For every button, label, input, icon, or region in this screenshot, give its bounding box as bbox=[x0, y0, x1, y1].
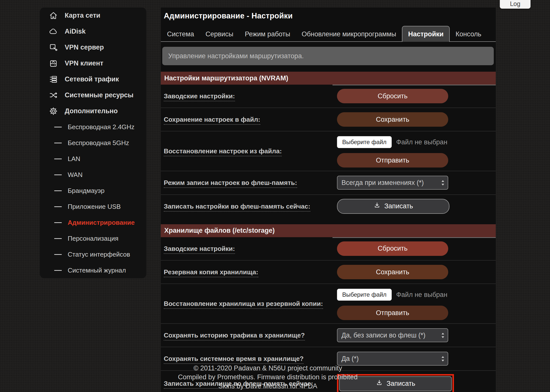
tab-operation-mode[interactable]: Режим работы bbox=[239, 27, 296, 41]
tree-dash-icon bbox=[54, 222, 62, 223]
select-spinner-icon bbox=[441, 356, 445, 362]
storage-factory-reset-button[interactable]: Сбросить bbox=[337, 241, 448, 256]
sidebar-item-advanced[interactable]: Дополнительно bbox=[40, 103, 146, 119]
sidebar: Карта сетиAiDiskVPN серверVPN клиентСете… bbox=[40, 7, 146, 278]
sidebar-subitem-label: LAN bbox=[68, 155, 80, 163]
home-icon bbox=[49, 11, 58, 20]
footer-line: Skins by Dave Medissn for 4PDA bbox=[40, 382, 496, 391]
setting-label: Восстановление хранилища из резервной ко… bbox=[164, 300, 323, 309]
setting-control-cell: Выберите файлФайл не выбранОтправить bbox=[334, 131, 496, 171]
vpn-client-icon bbox=[49, 59, 58, 68]
sidebar-subitem-interface-status[interactable]: Статус интерфейсов bbox=[40, 246, 146, 262]
save-settings-to-file-button[interactable]: Сохранить bbox=[337, 112, 448, 127]
sidebar-subitem-label: Приложение USB bbox=[68, 203, 121, 211]
setting-control-cell: Да, без записи во флеш (*) bbox=[334, 325, 496, 345]
shuffle-icon bbox=[49, 91, 58, 100]
tab-services[interactable]: Сервисы bbox=[200, 27, 239, 41]
sidebar-subitem-label: Беспроводная 2.4GHz bbox=[68, 123, 134, 131]
tab-console[interactable]: Консоль bbox=[450, 27, 487, 41]
sidebar-item-network-map[interactable]: Карта сети bbox=[40, 7, 146, 23]
setting-label: Сохранение настроек в файл: bbox=[164, 116, 260, 125]
sidebar-item-label: Карта сети bbox=[65, 12, 100, 19]
sidebar-subitem-lan[interactable]: LAN bbox=[40, 151, 146, 167]
sidebar-subitem-label: WAN bbox=[68, 171, 83, 179]
flash-write-mode-select[interactable]: Всегда при изменениях (*) bbox=[337, 176, 448, 190]
save-system-time-select[interactable]: Да (*) bbox=[337, 352, 448, 366]
select-spinner-icon bbox=[441, 332, 445, 338]
settings-row-save-traffic-history: Сохранять историю трафика в хранилище?Да… bbox=[161, 323, 496, 347]
info-bar: Управление настройками маршрутизатора. bbox=[162, 47, 494, 65]
sidebar-item-system-resources[interactable]: Системные ресурсы bbox=[40, 87, 146, 103]
setting-control-cell: Сбросить bbox=[334, 238, 496, 259]
restore-settings-from-file-submit-button[interactable]: Отправить bbox=[337, 153, 448, 168]
sidebar-subitem-firewall[interactable]: Брандмауэр bbox=[40, 183, 146, 199]
settings-row-restore-settings-from-file: Восстановление настроек из файла:Выберит… bbox=[161, 131, 496, 171]
sidebar-subitem-personalization[interactable]: Персонализация bbox=[40, 230, 146, 246]
section-title: Хранилище файлов (/etc/storage) bbox=[164, 227, 275, 234]
restore-settings-from-file-choose-file-button[interactable]: Выберите файл bbox=[337, 136, 392, 148]
tree-dash-icon bbox=[54, 159, 62, 159]
tab-firmware-upgrade[interactable]: Обновление микропрограммы bbox=[296, 27, 402, 41]
setting-label-cell: Записать настройки во флеш-память сейчас… bbox=[161, 195, 334, 218]
setting-label: Восстановление настроек из файла: bbox=[164, 147, 282, 156]
tab-settings[interactable]: Настройки bbox=[402, 26, 450, 42]
section-header: Хранилище файлов (/etc/storage) bbox=[161, 224, 496, 237]
sidebar-subitem-administration[interactable]: Администрирование bbox=[40, 215, 146, 230]
page: Log Карта сетиAiDiskVPN серверVPN клиент… bbox=[0, 0, 550, 392]
sidebar-item-label: AiDisk bbox=[65, 28, 86, 35]
tree-dash-icon bbox=[54, 143, 62, 143]
tab-system[interactable]: Система bbox=[161, 27, 200, 41]
select-value: Всегда при изменениях (*) bbox=[341, 179, 424, 187]
setting-label: Резервная копия хранилища: bbox=[164, 268, 258, 277]
setting-label-cell: Восстановление хранилища из резервной ко… bbox=[161, 292, 334, 315]
setting-label-cell: Заводские настройки: bbox=[161, 237, 334, 260]
storage-restore-submit-button[interactable]: Отправить bbox=[337, 306, 448, 320]
setting-label-cell: Резервная копия хранилища: bbox=[161, 261, 334, 283]
tree-dash-icon bbox=[54, 190, 62, 191]
sidebar-subitem-wan[interactable]: WAN bbox=[40, 167, 146, 183]
sidebar-item-label: Сетевой трафик bbox=[65, 75, 119, 83]
storage-backup-button[interactable]: Сохранить bbox=[337, 265, 448, 279]
setting-label-cell: Режим записи настроек во флеш-память: bbox=[161, 171, 334, 194]
network-traffic-icon bbox=[49, 75, 58, 84]
tree-dash-icon bbox=[54, 174, 62, 175]
sidebar-subitem-label: Статус интерфейсов bbox=[68, 251, 130, 258]
setting-label-cell: Сохранять историю трафика в хранилище? bbox=[161, 324, 334, 347]
settings-row-storage-backup: Резервная копия хранилища:Сохранить bbox=[161, 260, 496, 283]
select-value: Да (*) bbox=[341, 355, 359, 363]
sidebar-subitem-system-log[interactable]: Системный журнал bbox=[40, 262, 146, 278]
setting-control-cell: Сбросить bbox=[334, 86, 496, 107]
page-title: Администрирование - Настройки bbox=[164, 11, 496, 20]
sidebar-item-aidisk[interactable]: AiDisk bbox=[40, 23, 146, 39]
sidebar-item-vpn-client[interactable]: VPN клиент bbox=[40, 55, 146, 71]
sidebar-item-label: Системные ресурсы bbox=[65, 91, 133, 99]
setting-label-cell: Восстановление настроек из файла: bbox=[161, 140, 334, 163]
sidebar-item-label: Дополнительно bbox=[65, 107, 118, 115]
sidebar-subitem-label: Брандмауэр bbox=[68, 187, 105, 195]
storage-restore-choose-file-button[interactable]: Выберите файл bbox=[337, 289, 392, 301]
footer: © 2011-2020 Padavan & N56U project commu… bbox=[40, 364, 496, 391]
sidebar-subitem-label: Администрирование bbox=[68, 219, 135, 226]
factory-reset-button[interactable]: Сбросить bbox=[337, 89, 448, 103]
sidebar-subitem-usb-application[interactable]: Приложение USB bbox=[40, 199, 146, 215]
action-button-label: Записать bbox=[384, 202, 413, 210]
vpn-server-icon bbox=[49, 43, 58, 52]
tree-dash-icon bbox=[54, 270, 62, 271]
sidebar-item-vpn-server[interactable]: VPN сервер bbox=[40, 39, 146, 55]
section-title: Настройки маршрутизатора (NVRAM) bbox=[164, 74, 288, 82]
settings-sections: Настройки маршрутизатора (NVRAM)Заводски… bbox=[161, 72, 496, 392]
sidebar-subitem-wireless-5ghz[interactable]: Беспроводная 5GHz bbox=[40, 135, 146, 151]
settings-row-factory-reset: Заводские настройки:Сбросить bbox=[161, 85, 496, 108]
section-0: Настройки маршрутизатора (NVRAM)Заводски… bbox=[161, 72, 496, 218]
commit-settings-now-button[interactable]: Записать bbox=[337, 199, 449, 214]
settings-row-flash-write-mode: Режим записи настроек во флеш-память:Все… bbox=[161, 171, 496, 194]
footer-line: © 2011-2020 Padavan & N56U project commu… bbox=[40, 364, 496, 373]
save-traffic-history-select[interactable]: Да, без записи во флеш (*) bbox=[337, 328, 448, 342]
log-button[interactable]: Log bbox=[500, 0, 531, 9]
setting-control-cell: Записать bbox=[334, 196, 496, 217]
sidebar-item-network-traffic[interactable]: Сетевой трафик bbox=[40, 71, 146, 87]
setting-label-cell: Сохранение настроек в файл: bbox=[161, 108, 334, 131]
section-header: Настройки маршрутизатора (NVRAM) bbox=[161, 72, 496, 85]
setting-label-cell: Заводские настройки: bbox=[161, 85, 334, 108]
sidebar-subitem-wireless-24ghz[interactable]: Беспроводная 2.4GHz bbox=[40, 119, 146, 135]
